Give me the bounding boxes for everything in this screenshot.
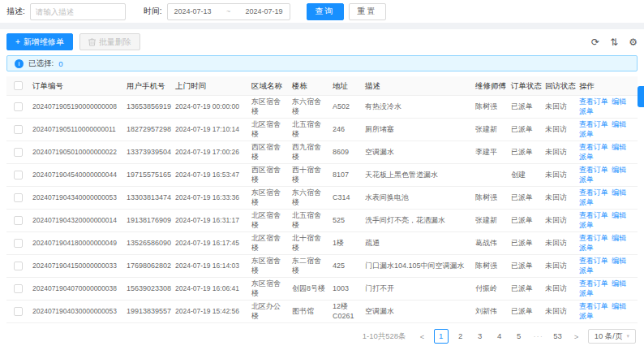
cell-visit-time: 2024-07-19 17:00:26 [172, 148, 248, 157]
row-checkbox[interactable] [14, 171, 23, 179]
refresh-icon[interactable]: ⟳ [591, 37, 599, 47]
action-dispatch[interactable]: 派单 [579, 244, 594, 252]
action-view-order[interactable]: 查看订单 [579, 302, 608, 310]
cell-master: 刘新伟 [472, 307, 508, 316]
cell-description: 门口漏水104.105中间空调漏水 [362, 262, 472, 270]
action-edit[interactable]: 编辑 [612, 166, 626, 174]
cell-master: 张建新 [472, 216, 508, 225]
table-row: 2024071904340000000053133038134742024-07… [6, 187, 638, 210]
action-dispatch[interactable]: 派单 [579, 312, 594, 320]
column-header-order-no: 订单编号 [29, 81, 123, 91]
select-all-checkbox[interactable] [14, 81, 23, 90]
row-checkbox[interactable] [14, 125, 23, 134]
action-view-order[interactable]: 查看订单 [579, 143, 608, 151]
action-edit[interactable]: 编辑 [612, 97, 626, 106]
page-1[interactable]: 1 [434, 329, 449, 344]
action-dispatch[interactable]: 派单 [579, 266, 594, 275]
cell-order-status: 已派单 [508, 262, 542, 270]
action-edit[interactable]: 编辑 [612, 302, 626, 310]
settings-icon[interactable]: ⚙ [629, 37, 638, 47]
page-size-select[interactable]: 10 条/页 ▾ [588, 329, 636, 344]
action-edit[interactable]: 编辑 [612, 188, 626, 197]
cell-visit-time: 2024-07-19 15:42:56 [172, 307, 248, 316]
date-range-picker[interactable]: 2024-07-13 ~ 2024-07-19 [167, 3, 290, 20]
prev-page-button[interactable]: < [418, 332, 427, 341]
row-checkbox[interactable] [14, 102, 23, 111]
row-checkbox[interactable] [14, 148, 23, 157]
action-view-order[interactable]: 查看订单 [579, 166, 608, 174]
action-view-order[interactable]: 查看订单 [579, 188, 608, 197]
cell-phone: 18272957298 [123, 125, 172, 134]
next-page-button[interactable]: > [572, 332, 582, 341]
action-edit[interactable]: 编辑 [612, 143, 626, 151]
action-view-order[interactable]: 查看订单 [579, 279, 608, 288]
cell-visit-status: 未回访 [542, 102, 576, 111]
page-2[interactable]: 2 [453, 329, 468, 344]
density-icon[interactable]: ⇅ [610, 37, 618, 47]
cell-area: 西区宿舍楼 [248, 143, 289, 162]
action-view-order[interactable]: 查看订单 [579, 234, 608, 242]
action-dispatch[interactable]: 派单 [579, 198, 594, 206]
action-edit[interactable]: 编辑 [612, 234, 626, 242]
cell-actions: 查看订单编辑派单 [576, 143, 638, 162]
batch-delete-button[interactable]: 批量删除 [79, 33, 140, 50]
action-edit[interactable]: 编辑 [612, 211, 626, 219]
cell-address: A502 [329, 102, 362, 111]
action-view-order[interactable]: 查看订单 [579, 97, 608, 106]
cell-order-no: 2024071904180000000049 [29, 239, 123, 248]
query-button[interactable]: 查询 [307, 3, 344, 20]
cell-area: 西区宿舍楼 [248, 166, 289, 184]
side-affix-tab[interactable] [638, 86, 644, 107]
action-dispatch[interactable]: 派单 [579, 175, 594, 184]
action-dispatch[interactable]: 派单 [579, 107, 594, 115]
cell-building: 图书馆 [289, 307, 329, 316]
row-checkbox[interactable] [14, 239, 23, 248]
cell-building: 东六宿舍楼 [289, 188, 329, 207]
cell-visit-status: 未回访 [542, 171, 576, 179]
action-edit[interactable]: 编辑 [612, 279, 626, 288]
page-4[interactable]: 4 [492, 329, 507, 344]
cell-visit-status: 未回访 [542, 193, 576, 202]
reset-button[interactable]: 重置 [349, 3, 386, 20]
cell-description: 疏通 [362, 239, 472, 248]
action-edit[interactable]: 编辑 [612, 120, 626, 128]
cell-description: 空调漏水 [362, 148, 472, 157]
cell-order-status: 已派单 [508, 284, 542, 293]
cell-area: 东区宿舍楼 [248, 188, 289, 207]
row-checkbox[interactable] [14, 262, 23, 270]
action-view-order[interactable]: 查看订单 [579, 120, 608, 128]
cell-phone: 19913839557 [123, 307, 172, 316]
action-view-order[interactable]: 查看订单 [579, 257, 608, 265]
action-dispatch[interactable]: 派单 [579, 130, 594, 138]
cell-area: 北区办公楼 [248, 302, 289, 321]
action-dispatch[interactable]: 派单 [579, 221, 594, 229]
cell-visit-time: 2024-07-19 00:00:00 [172, 102, 248, 111]
page-53[interactable]: 53 [551, 329, 565, 344]
cell-building: 东二宿舍楼 [289, 257, 329, 275]
row-checkbox[interactable] [14, 193, 23, 202]
action-dispatch[interactable]: 派单 [579, 289, 594, 297]
table-body: 2024071905190000000008136538569192024-07… [6, 96, 638, 323]
row-checkbox[interactable] [14, 216, 23, 225]
action-edit[interactable]: 编辑 [612, 257, 626, 265]
cell-master: 陈树强 [472, 102, 508, 111]
cell-master: 葛战伟 [472, 239, 508, 248]
cell-order-no: 2024071904320000000014 [29, 216, 123, 225]
date-start-value[interactable]: 2024-07-13 [174, 7, 212, 15]
cell-order-no: 2024071904150000000033 [29, 262, 123, 270]
row-checkbox[interactable] [14, 307, 23, 316]
page-3[interactable]: 3 [473, 329, 487, 344]
table-row: 2024071905010000000022133739395042024-07… [6, 141, 638, 164]
cell-phone: 13526586090 [123, 239, 172, 248]
cell-visit-time: 2024-07-19 16:06:41 [172, 284, 248, 293]
cell-order-no: 2024071905010000000022 [29, 148, 123, 157]
row-checkbox[interactable] [14, 284, 23, 293]
desc-filter-input[interactable] [30, 3, 126, 20]
add-repair-order-button[interactable]: + 新增维修单 [6, 33, 73, 50]
action-view-order[interactable]: 查看订单 [579, 211, 608, 219]
date-end-value[interactable]: 2024-07-19 [246, 7, 283, 15]
action-dispatch[interactable]: 派单 [579, 153, 594, 161]
cell-actions: 查看订单编辑派单 [576, 211, 638, 230]
page-5[interactable]: 5 [512, 329, 526, 344]
cell-address: C314 [329, 193, 362, 202]
